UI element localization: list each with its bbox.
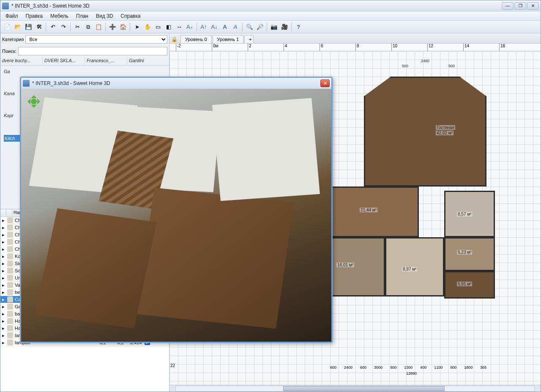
close-button[interactable]: ✕ xyxy=(527,2,539,10)
dimension: 1300 xyxy=(404,365,413,370)
expand-icon[interactable]: ▸ xyxy=(0,254,6,259)
expand-icon[interactable]: ▸ xyxy=(0,297,6,302)
scroll-track[interactable] xyxy=(175,386,535,392)
expand-icon[interactable]: ▸ xyxy=(0,275,6,281)
item-icon xyxy=(7,217,13,223)
minimize-button[interactable]: — xyxy=(502,2,514,10)
expand-icon[interactable]: ▸ xyxy=(0,333,6,338)
text-tool[interactable]: A₊ xyxy=(185,22,195,32)
item-icon xyxy=(7,289,13,295)
redo-button[interactable]: ↷ xyxy=(58,22,68,32)
room-area: 8,57 м² xyxy=(457,212,472,217)
room-tool[interactable]: ◧ xyxy=(164,22,174,32)
import-button[interactable]: 🏠 xyxy=(118,22,128,32)
item-icon xyxy=(7,340,13,345)
cut-button[interactable]: ✂ xyxy=(72,22,82,32)
expand-icon[interactable]: ▸ xyxy=(0,318,6,324)
text-icon: A₊ xyxy=(186,24,193,30)
room-area: 5,91 м² xyxy=(457,282,472,286)
expand-icon[interactable]: ▸ xyxy=(0,340,6,345)
room-area: 16,01 м² xyxy=(336,263,354,267)
dimension-tool[interactable]: ↔ xyxy=(174,22,184,32)
nav-down-icon[interactable] xyxy=(31,105,37,111)
lock-icon[interactable]: 🔒 xyxy=(171,36,178,43)
new-button[interactable]: 📄 xyxy=(2,22,12,32)
undo-icon: ↶ xyxy=(49,24,56,30)
expand-icon[interactable]: ▸ xyxy=(0,232,6,238)
help-button[interactable]: ? xyxy=(293,22,303,32)
maximize-button[interactable]: ❐ xyxy=(514,2,526,10)
text-smaller-button[interactable]: A↓ xyxy=(209,22,219,32)
room-area: 8,97 м² xyxy=(402,267,417,271)
menu-view3d[interactable]: Вид 3D xyxy=(93,12,116,20)
view3d-viewport[interactable] xyxy=(21,89,331,342)
text-bold-icon: A xyxy=(221,24,228,30)
category-select[interactable]: Все xyxy=(25,35,167,44)
dimension: 600 xyxy=(360,365,366,370)
dimension: 500 xyxy=(402,64,408,68)
nav-center-icon[interactable] xyxy=(31,99,37,104)
view3d-titlebar[interactable]: * INTER_3.sh3d - Sweet Home 3D ✕ xyxy=(21,78,331,89)
open-button[interactable]: 📂 xyxy=(13,22,23,32)
expand-icon[interactable]: ▸ xyxy=(0,218,6,223)
expand-icon[interactable]: ▸ xyxy=(0,261,6,266)
expand-icon[interactable]: ▸ xyxy=(0,304,6,310)
menu-furniture[interactable]: Мебель xyxy=(47,12,72,20)
select-icon: ➤ xyxy=(134,24,140,30)
prefs-button[interactable]: 🛠 xyxy=(34,22,44,32)
pan-tool[interactable]: ✋ xyxy=(142,22,153,32)
expand-icon[interactable]: ▸ xyxy=(0,268,6,274)
menu-file[interactable]: Файл xyxy=(2,12,22,20)
ruler-tick: 12 xyxy=(427,44,433,51)
room-area: 42,02 м² xyxy=(436,131,454,135)
nav-right-icon[interactable] xyxy=(37,99,43,104)
undo-button[interactable]: ↶ xyxy=(48,22,58,32)
tab-level-1[interactable]: Уровень 1 xyxy=(213,35,244,43)
room-living[interactable] xyxy=(364,77,486,186)
expand-icon[interactable]: ▸ xyxy=(0,290,6,295)
view3d-window[interactable]: * INTER_3.sh3d - Sweet Home 3D ✕ xyxy=(20,77,333,343)
expand-icon[interactable]: ▸ xyxy=(0,247,6,252)
text-bold-button[interactable]: A xyxy=(220,22,230,32)
cut-icon: ✂ xyxy=(74,24,81,30)
select-tool[interactable]: ➤ xyxy=(132,22,142,32)
add-furniture-button[interactable]: ➕ xyxy=(107,22,117,32)
tab-level-0[interactable]: Уровень 0 xyxy=(180,35,212,43)
nav-left-icon[interactable] xyxy=(25,99,30,104)
catalog-row[interactable]: Ga xyxy=(4,69,166,74)
menu-plan[interactable]: План xyxy=(73,12,92,20)
catalog-columns: dvere kuchy... DVERI SKLA... Francesco_.… xyxy=(0,57,169,66)
zoom-in-button[interactable]: 🔍 xyxy=(244,22,254,32)
photo-button[interactable]: 📷 xyxy=(269,22,279,32)
paste-button[interactable]: 📋 xyxy=(93,22,104,32)
wall-tool[interactable]: ▭ xyxy=(153,22,163,32)
text-bigger-button[interactable]: A↑ xyxy=(199,22,209,32)
nav-compass[interactable] xyxy=(25,92,43,111)
expand-icon[interactable]: ▸ xyxy=(0,239,6,245)
expand-icon[interactable]: ▸ xyxy=(0,282,6,288)
save-button[interactable]: 💾 xyxy=(23,22,33,32)
separator xyxy=(46,23,46,31)
zoom-out-button[interactable]: 🔎 xyxy=(255,22,265,32)
rooms3d xyxy=(21,89,331,342)
separator xyxy=(291,23,292,31)
room-icon: ◧ xyxy=(165,24,172,30)
nav-up-icon[interactable] xyxy=(31,92,37,98)
room-area: 5,23 м² xyxy=(457,250,472,255)
search-input[interactable] xyxy=(18,47,167,55)
zoom-out-icon: 🔎 xyxy=(257,24,263,30)
video-button[interactable]: 🎥 xyxy=(279,22,290,32)
expand-icon[interactable]: ▸ xyxy=(0,326,6,331)
text-italic-button[interactable]: A xyxy=(230,22,240,32)
menu-edit[interactable]: Правка xyxy=(22,12,46,20)
expand-icon[interactable]: ▸ xyxy=(0,225,6,230)
tab-add[interactable]: + xyxy=(244,35,254,43)
toolbar: 📄 📂 💾 🛠 ↶ ↷ ✂ ⧉ 📋 ➕ 🏠 ➤ ✋ ▭ ◧ ↔ A₊ A↑ A↓… xyxy=(0,21,541,33)
copy-button[interactable]: ⧉ xyxy=(83,22,93,32)
expand-icon[interactable]: ▸ xyxy=(0,311,6,317)
horizontal-scrollbar[interactable] xyxy=(169,385,541,392)
menu-help[interactable]: Справка xyxy=(117,12,144,20)
text-italic-icon: A xyxy=(232,24,239,30)
scroll-thumb[interactable] xyxy=(283,386,445,391)
view3d-close-button[interactable]: ✕ xyxy=(320,79,330,87)
